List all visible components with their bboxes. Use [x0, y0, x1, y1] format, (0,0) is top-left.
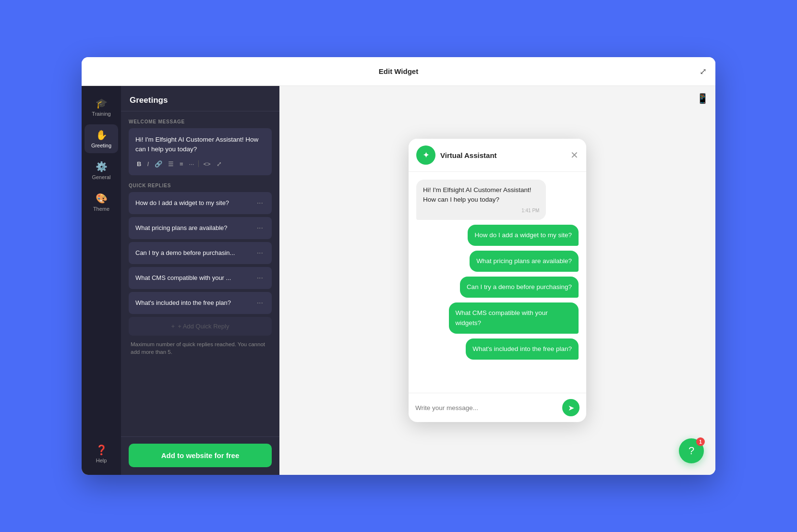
panel-title: Greetings	[130, 96, 168, 105]
quick-reply-item[interactable]: What CMS compatible with your ... ···	[129, 267, 272, 289]
window-title: Edit Widget	[379, 67, 418, 75]
quick-reply-menu-0[interactable]: ···	[255, 198, 265, 208]
quick-reply-item[interactable]: How do I add a widget to my site? ···	[129, 192, 272, 214]
user-message-1: What pricing plans are available?	[470, 251, 579, 272]
panel-body: WELCOME MESSAGE Hi! I'm Elfsight AI Cust…	[121, 111, 279, 436]
sidebar-item-help-label: Help	[96, 458, 107, 463]
theme-icon: 🎨	[96, 193, 108, 204]
user-message-text-1: What pricing plans are available?	[476, 257, 572, 265]
fab-badge: 1	[696, 437, 705, 446]
add-website-button[interactable]: Add to website for free	[129, 444, 272, 467]
quick-reply-menu-1[interactable]: ···	[255, 223, 265, 233]
user-message-text-0: How do I add a widget to my site?	[474, 231, 572, 239]
send-icon: ➤	[568, 403, 574, 412]
quick-reply-item[interactable]: Can I try a demo before purchasin... ···	[129, 242, 272, 264]
bot-message: Hi! I'm Elfsight AI Customer Assistant! …	[416, 180, 546, 220]
quick-reply-menu-4[interactable]: ···	[255, 298, 265, 308]
max-replies-note: Maximum number of quick replies reached.…	[129, 336, 272, 359]
bot-message-text: Hi! I'm Elfsight AI Customer Assistant! …	[423, 186, 531, 203]
chat-header: ✦ Virtual Assistant ✕	[409, 139, 586, 172]
bold-button[interactable]: B	[135, 159, 143, 169]
training-icon: 🎓	[96, 97, 108, 109]
sidebar-item-greeting-label: Greeting	[91, 143, 111, 148]
user-message-text-3: What CMS compatible with your widgets?	[456, 309, 548, 326]
user-message-text-4: What's included into the free plan?	[472, 345, 572, 352]
sidebar-item-training-label: Training	[92, 111, 110, 117]
quick-reply-text-3: What CMS compatible with your ...	[135, 274, 251, 281]
quick-replies-section: QUICK REPLIES How do I add a widget to m…	[129, 183, 272, 359]
user-message-0: How do I add a widget to my site?	[468, 225, 579, 246]
code-button[interactable]: <>	[202, 159, 212, 169]
help-icon: ❓	[96, 444, 108, 456]
help-fab-icon: ?	[688, 445, 694, 457]
link-button[interactable]: 🔗	[153, 159, 164, 169]
preview-area: 📱 ✦ Virtual Assistant ✕ Hi! I'm Elfsig	[279, 86, 715, 475]
quick-reply-text-1: What pricing plans are available?	[135, 224, 251, 231]
sidebar-item-greeting[interactable]: ✋ Greeting	[85, 124, 118, 153]
general-icon: ⚙️	[96, 161, 108, 172]
settings-panel: Greetings WELCOME MESSAGE Hi! I'm Elfsig…	[121, 86, 279, 475]
toolbar-divider	[198, 160, 199, 167]
panel-footer: Add to website for free	[121, 436, 279, 475]
welcome-message-box: Hi! I'm Elfsight AI Customer Assistant! …	[129, 128, 272, 175]
chat-close-button[interactable]: ✕	[570, 149, 579, 161]
icon-sidebar: 🎓 Training ✋ Greeting ⚙️ General 🎨 Theme…	[82, 86, 121, 475]
add-quick-reply-label: + Add Quick Reply	[178, 323, 229, 330]
panel-header: Greetings	[121, 86, 279, 111]
send-button[interactable]: ➤	[562, 399, 580, 416]
user-message-4: What's included into the free plan?	[466, 339, 579, 360]
bot-message-time: 1:41 PM	[423, 207, 539, 214]
expand-toolbar-button[interactable]: ⤢	[215, 159, 223, 169]
title-bar: Edit Widget ⤢	[82, 57, 715, 86]
chat-title: Virtual Assistant	[440, 151, 497, 159]
user-message-text-2: Can I try a demo before purchasing?	[467, 283, 572, 290]
ul-button[interactable]: ☰	[167, 159, 175, 169]
quick-reply-text-4: What's included into the free plan?	[135, 299, 251, 306]
text-toolbar: B I 🔗 ☰ ≡ ··· <> ⤢	[135, 159, 265, 169]
app-window: Edit Widget ⤢ 🎓 Training ✋ Greeting ⚙️ G…	[82, 57, 715, 475]
add-quick-reply-button[interactable]: + + Add Quick Reply	[129, 317, 272, 336]
sidebar-item-theme-label: Theme	[93, 206, 109, 212]
help-fab[interactable]: ? 1	[679, 438, 704, 463]
device-toggle-button[interactable]: 📱	[697, 93, 709, 104]
chat-input[interactable]	[415, 404, 558, 411]
more-button[interactable]: ···	[188, 159, 196, 169]
ol-button[interactable]: ≡	[178, 159, 185, 169]
user-message-2: Can I try a demo before purchasing?	[460, 277, 579, 298]
chat-header-left: ✦ Virtual Assistant	[416, 145, 497, 165]
sidebar-item-general-label: General	[92, 174, 110, 180]
quick-reply-text-0: How do I add a widget to my site?	[135, 199, 251, 206]
user-message-3: What CMS compatible with your widgets?	[449, 302, 579, 334]
expand-button[interactable]: ⤢	[700, 66, 707, 77]
welcome-text[interactable]: Hi! I'm Elfsight AI Customer Assistant! …	[135, 135, 265, 155]
add-quick-reply-icon: +	[171, 323, 175, 330]
chat-widget: ✦ Virtual Assistant ✕ Hi! I'm Elfsight A…	[409, 139, 586, 422]
sidebar-item-help[interactable]: ❓ Help	[92, 439, 111, 468]
chat-avatar: ✦	[416, 145, 435, 165]
quick-reply-text-2: Can I try a demo before purchasin...	[135, 249, 251, 256]
italic-button[interactable]: I	[145, 159, 150, 169]
avatar-icon: ✦	[423, 150, 430, 160]
main-area: 🎓 Training ✋ Greeting ⚙️ General 🎨 Theme…	[82, 86, 715, 475]
quick-reply-item[interactable]: What pricing plans are available? ···	[129, 217, 272, 239]
sidebar-item-general[interactable]: ⚙️ General	[85, 156, 118, 185]
quick-reply-item[interactable]: What's included into the free plan? ···	[129, 292, 272, 314]
sidebar-item-theme[interactable]: 🎨 Theme	[85, 188, 118, 217]
welcome-section-label: WELCOME MESSAGE	[129, 119, 272, 124]
quick-reply-menu-2[interactable]: ···	[255, 248, 265, 258]
sidebar-item-training[interactable]: 🎓 Training	[85, 93, 118, 121]
chat-messages: Hi! I'm Elfsight AI Customer Assistant! …	[409, 172, 586, 393]
chat-input-area: ➤	[409, 393, 586, 422]
quick-reply-menu-3[interactable]: ···	[255, 273, 265, 283]
greeting-icon: ✋	[96, 129, 108, 141]
quick-replies-label: QUICK REPLIES	[129, 183, 272, 188]
